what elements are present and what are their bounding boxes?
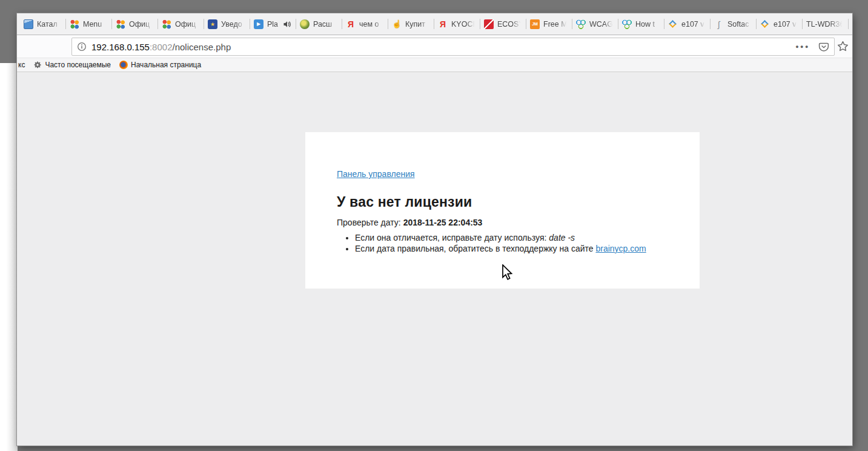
browser-tab[interactable]: ▶Pla [250, 13, 296, 35]
browser-tab[interactable]: TL-WDR36 [802, 13, 848, 35]
url-bar[interactable]: 192.168.0.155:8002/nolicense.php ●●● [71, 38, 835, 56]
bookmark-home-label: Начальная страница [131, 61, 201, 69]
browser-tab[interactable]: ☝Купит [388, 13, 434, 35]
url-text[interactable]: 192.168.0.155:8002/nolicense.php [91, 42, 231, 52]
bookmark-item-partial[interactable]: кс [18, 61, 25, 69]
browser-tab[interactable]: e107 v [756, 13, 802, 35]
browser-tab[interactable]: Расш [296, 13, 342, 35]
tab-separator [848, 19, 849, 29]
browser-tab[interactable]: ★Уведо [204, 13, 250, 35]
browser-tab[interactable]: Menu [65, 13, 111, 35]
url-port: :8002 [150, 42, 173, 52]
jm-icon: JM [530, 19, 540, 29]
document-icon [24, 19, 33, 29]
circles-icon [622, 19, 632, 29]
joomla-icon [116, 19, 125, 29]
browser-tab[interactable]: Офиц [157, 13, 204, 35]
url-host: 192.168.0.155 [91, 42, 150, 52]
joomla-icon [70, 19, 79, 29]
brainycp-link[interactable]: brainycp.com [595, 244, 646, 253]
tab-label: KYOCE [451, 20, 475, 28]
date-value: 2018-11-25 22:04:53 [403, 218, 483, 227]
tab-label: Menu [83, 20, 107, 28]
tab-label: Softac [727, 20, 752, 28]
play-icon: ▶ [254, 19, 263, 29]
browser-tab[interactable]: Катал [19, 13, 65, 35]
tab-audio-icon[interactable] [283, 21, 291, 28]
tab-label: e107 v [774, 20, 798, 28]
gear-icon [33, 61, 42, 69]
tab-label: чем о [359, 20, 383, 28]
browser-tab[interactable]: JMFree M [526, 13, 572, 35]
badge-icon: ★ [208, 19, 217, 29]
background-window [0, 63, 18, 451]
browser-tab[interactable]: Ячем о [342, 13, 388, 35]
pocket-icon[interactable] [818, 42, 829, 52]
joomla-icon [162, 19, 171, 29]
tab-label: Расш [313, 20, 337, 28]
browser-tab[interactable]: e107 v [664, 13, 710, 35]
yandex-icon: Я [346, 19, 356, 29]
check-date-label: Проверьте дату: [337, 218, 401, 227]
navigation-toolbar: 192.168.0.155:8002/nolicense.php ●●● [17, 35, 852, 58]
yandex-icon: Я [438, 19, 448, 29]
bookmark-item-home[interactable]: Начальная страница [119, 61, 201, 69]
tab-label: e107 v [681, 20, 706, 28]
item1-code: date -s [549, 233, 575, 242]
list-item: Если она отличается, исправьте дату испо… [355, 232, 668, 243]
tab-label: ECOSY [497, 20, 522, 28]
bookmark-item-frequent[interactable]: Часто посещаемые [33, 61, 111, 69]
e107-icon [760, 19, 770, 29]
page-title: У вас нет лицензии [337, 194, 668, 210]
browser-tab[interactable]: WCAG [572, 13, 618, 35]
browser-tab[interactable]: ∫Softac [710, 13, 756, 35]
browser-window: КаталMenuОфицОфиц★Уведо▶PlaРасшЯчем о☝Ку… [17, 13, 852, 446]
softaculous-icon: ∫ [714, 19, 724, 29]
bookmark-star-icon[interactable] [837, 41, 849, 55]
kyocera-icon [484, 19, 494, 29]
tab-label: Pla [267, 20, 282, 28]
bookmark-frequent-label: Часто посещаемые [45, 61, 111, 69]
item2-text: Если дата правильная, обратитесь в техпо… [355, 244, 594, 253]
tab-label: Офиц [129, 20, 153, 28]
browser-tab[interactable]: How t [618, 13, 664, 35]
tab-label: Катал [37, 20, 61, 28]
tab-label: Free M [543, 20, 568, 28]
firefox-icon [119, 61, 128, 69]
tab-label: How t [635, 20, 660, 28]
chameleon-icon [300, 19, 310, 29]
browser-tab[interactable]: Офиц [111, 13, 157, 35]
tab-strip: КаталMenuОфицОфиц★Уведо▶PlaРасшЯчем о☝Ку… [17, 13, 852, 35]
browser-tab[interactable]: ЯKYOCE [434, 13, 480, 35]
e107-icon [668, 19, 678, 29]
bookmark-partial-label: кс [18, 61, 25, 69]
tab-label: Уведо [221, 20, 245, 28]
item1-text: Если она отличается, исправьте дату испо… [355, 233, 546, 242]
browser-tab[interactable]: ECOSY [480, 13, 526, 35]
list-item: Если дата правильная, обратитесь в техпо… [355, 243, 668, 254]
page-viewport: Панель управления У вас нет лицензии Про… [17, 72, 852, 445]
tab-label: TL-WDR36 [806, 20, 844, 28]
tab-label: Купит [405, 20, 429, 28]
control-panel-link[interactable]: Панель управления [337, 169, 415, 179]
mouse-cursor [502, 264, 516, 284]
instructions-list: Если она отличается, исправьте дату испо… [337, 232, 668, 254]
hand-icon: ☝ [392, 19, 402, 29]
tab-label: Офиц [175, 20, 199, 28]
page-actions-icon[interactable]: ●●● [795, 44, 810, 50]
bookmarks-toolbar: кс Часто посещаемые Начальная страница [17, 58, 852, 72]
circles-icon [576, 19, 586, 29]
check-date-line: Проверьте дату: 2018-11-25 22:04:53 [337, 218, 668, 227]
site-info-icon[interactable] [77, 42, 87, 52]
tab-label: WCAG [589, 20, 614, 28]
url-path: /nolicense.php [172, 42, 231, 52]
